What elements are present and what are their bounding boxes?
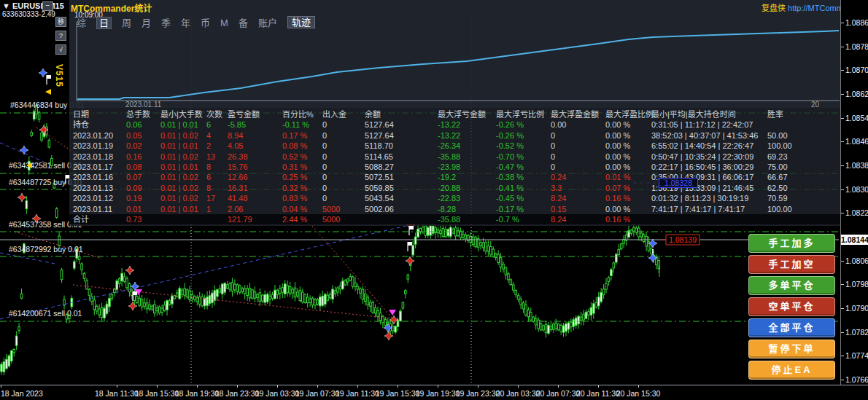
cell: 7:41:17 | 7:41:17 | 7:41:17: [651, 204, 745, 214]
column-header: 余额: [365, 109, 381, 119]
table-header-row: 日期总手数最小|大手数次数盈亏金额百分比%出入金余额最大浮亏金额最大浮亏比例最大…: [69, 109, 840, 119]
time-axis-label: 19 Jan 03:30: [255, 389, 300, 398]
price-axis-tick: [841, 261, 844, 262]
time-axis-label: 19 Jan 15:30: [376, 389, 420, 398]
white-flag-icon: [47, 75, 51, 79]
cell: 2023.01.11: [73, 204, 112, 214]
cell: 0.06: [126, 119, 142, 130]
price-axis-label: 1.08385: [845, 161, 868, 170]
column-header: 次数: [206, 109, 222, 119]
column-header: 出入金: [322, 109, 346, 119]
time-axis-label: 18 Jan 19:30: [175, 389, 220, 398]
cell: 0.01: [126, 204, 142, 214]
time-axis[interactable]: 18 Jan 202318 Jan 11:3018 Jan 15:3018 Ja…: [0, 385, 868, 400]
equity-x-label: 20: [811, 101, 820, 108]
cell: 合计: [73, 214, 89, 224]
price-axis-tick: [841, 47, 844, 47]
cell: 0.00 %: [605, 152, 630, 162]
table-row: 2023.01.190.020.01 | 0.0124.050.08 %0511…: [69, 141, 840, 151]
cell: 0.17 %: [282, 130, 307, 141]
price-axis-label: 1.07665: [845, 375, 868, 384]
cell: 0:22:17 | 16:50:45 | 36:00:29: [651, 162, 753, 172]
trade-button-6[interactable]: 暂停下单: [748, 340, 835, 358]
cell: 0.05: [126, 130, 142, 141]
cell: -0.41 %: [496, 183, 524, 193]
cell: 2023.01.12: [73, 193, 113, 203]
cell: 2.44 %: [282, 214, 307, 224]
white-flag-icon: [133, 291, 137, 295]
cell: 2023.01.13: [73, 183, 113, 193]
cell: 69.23: [767, 152, 788, 162]
trade-button-4[interactable]: 空单平仓: [748, 297, 835, 316]
trade-button-3[interactable]: 多单平仓: [748, 276, 835, 295]
cell: 8.94: [228, 130, 243, 141]
price-axis-label: 1.08545: [845, 114, 868, 122]
time-axis-tick: [598, 385, 599, 388]
cell: 5000: [322, 214, 340, 224]
cell: -0.45 %: [496, 193, 524, 203]
brand-name: 复盘侠: [762, 4, 786, 12]
chart-tool-button-1[interactable]: 移: [55, 17, 66, 27]
cell: 0.01 | 0.02: [160, 152, 198, 162]
cell: 0.25 %: [282, 172, 307, 182]
trade-button-7[interactable]: 停止EA: [748, 361, 835, 380]
trade-button-5[interactable]: 全部平仓: [748, 318, 835, 337]
trade-button-1[interactable]: 手工加多: [748, 234, 835, 253]
cell: 0: [322, 183, 327, 193]
cell: 17: [206, 193, 215, 203]
price-axis-label: 1.07905: [845, 304, 868, 313]
dropdown-arrow-icon: ▼: [2, 1, 12, 10]
white-flag-icon: [409, 226, 414, 230]
price-axis-tick: [841, 165, 844, 166]
time-axis-tick: [277, 385, 278, 388]
cell: 0: [322, 141, 327, 151]
bid-price-box: 1.08139: [669, 235, 697, 244]
column-header: 最大浮盈比例: [605, 109, 654, 119]
brand-url[interactable]: http://MTComman: [788, 4, 840, 12]
cell: -20.88: [438, 183, 460, 193]
cell: 0:01:32 | 8:11:23 | 30:19:19: [651, 193, 748, 203]
minimize-button[interactable]: −: [42, 1, 53, 11]
cell: 2023.01.17: [73, 162, 113, 172]
brand-link[interactable]: 复盘侠 http://MTComman: [762, 1, 840, 13]
cell: 0.16 %: [605, 214, 630, 224]
cell: 0.01 | 0.01: [160, 162, 198, 172]
column-header: 最大浮盈金额: [551, 109, 599, 119]
chart-tool-button-3[interactable]: √: [55, 44, 66, 55]
cell: 12.66: [228, 172, 248, 182]
price-axis-tick: [841, 70, 844, 71]
cell: 0.07: [126, 172, 142, 182]
cell: 1: [206, 204, 211, 214]
cell: 2023.01.16: [73, 172, 113, 182]
cell: 0.00 %: [605, 130, 630, 141]
column-header: 最小|平均|最大持仓时间: [651, 109, 736, 119]
price-axis-label: 1.07825: [845, 328, 868, 337]
order-label: #634872992 buy 0.01: [9, 245, 83, 254]
cell: -35.88: [438, 152, 460, 162]
table-row: 2023.01.180.160.01 | 0.021326.380.52 %05…: [69, 152, 840, 162]
table-row: 2023.01.120.190.01 | 0.021741.480.83 %05…: [69, 193, 840, 203]
time-axis-label: 20 Jan 03:30: [496, 389, 540, 398]
time-axis-label: 20 Jan 07:30: [536, 389, 581, 398]
cell: 5000: [322, 204, 340, 214]
trade-button-2[interactable]: 手工加空: [748, 255, 835, 274]
price-axis-tick: [841, 308, 844, 309]
cell: 6: [206, 119, 211, 130]
chart-tool-button-2[interactable]: ?: [55, 31, 66, 41]
price-axis-tick: [841, 189, 844, 190]
cell: 5114.65: [365, 152, 393, 162]
symbol-label: ▼ EURUSD,M15: [2, 1, 64, 10]
cell: 0.00 %: [605, 162, 630, 172]
table-row: 2023.01.160.070.01 | 0.02612.660.25 %050…: [69, 172, 840, 182]
cell: 0: [551, 162, 555, 172]
cell: 26.38: [228, 152, 248, 162]
price-axis[interactable]: 1.08144 1.088651.087851.087051.086251.08…: [840, 0, 868, 385]
column-header: 总手数: [126, 109, 150, 119]
yellow-left-arrow-icon: [45, 89, 51, 95]
white-dots-icon: [652, 251, 654, 253]
time-axis-tick: [1, 385, 1, 388]
cell: 0.01 | 0.01: [160, 204, 198, 214]
table-row: 持仓0.060.01 | 0.016-5.85-0.11 %05127.64-1…: [69, 119, 840, 130]
cell: 38:52:03 | 40:37:07 | 41:53:46: [651, 130, 758, 141]
time-axis-tick: [558, 385, 559, 388]
